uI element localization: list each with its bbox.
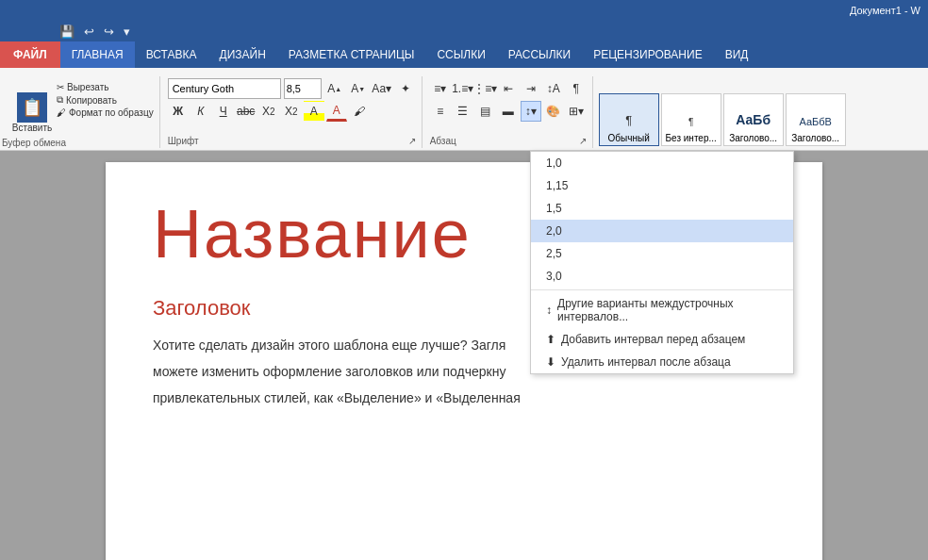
- dropdown-divider-1: [531, 289, 793, 290]
- tab-layout[interactable]: РАЗМЕТКА СТРАНИЦЫ: [277, 41, 426, 68]
- tab-references[interactable]: ССЫЛКИ: [425, 41, 496, 68]
- remove-space-after[interactable]: ⬇ Удалить интервал после абзаца: [531, 351, 793, 373]
- format-painter-icon: 🖌: [57, 107, 66, 118]
- font-group-label: Шрифт: [168, 136, 199, 146]
- remove-space-after-icon: ⬇: [546, 355, 555, 369]
- paste-icon: 📋: [17, 92, 47, 123]
- strikethrough-button[interactable]: abc: [236, 101, 257, 122]
- redo-btn[interactable]: ↪: [101, 25, 117, 39]
- superscript-button[interactable]: X2: [281, 101, 302, 122]
- menu-bar: ФАЙЛ ГЛАВНАЯ ВСТАВКА ДИЗАЙН РАЗМЕТКА СТР…: [0, 41, 928, 68]
- show-formatting-btn[interactable]: ¶: [566, 78, 587, 99]
- spacing-2-5[interactable]: 2,5: [531, 242, 793, 265]
- other-spacing-options[interactable]: ↕ Другие варианты междустрочных интервал…: [531, 292, 793, 328]
- italic-button[interactable]: К: [191, 101, 211, 122]
- clipboard-sub-buttons: ✂ Вырезать ⧉ Копировать 🖌 Формат по обра…: [57, 78, 154, 146]
- font-name-input[interactable]: [168, 78, 281, 99]
- tab-file[interactable]: ФАЙЛ: [0, 41, 60, 68]
- scissors-icon: ✂: [57, 82, 64, 92]
- font-size-decrease-btn[interactable]: A▼: [348, 78, 369, 99]
- paragraph-group: ≡▾ 1.≡▾ ⋮≡▾ ⇤ ⇥ ↕A ¶ ≡ ☰ ▤ ▬ ↕▾ 🎨 ⊞▾ Абз…: [424, 76, 593, 148]
- copy-icon: ⧉: [57, 94, 63, 106]
- font-size-increase-btn[interactable]: A▲: [324, 78, 345, 99]
- subscript-button[interactable]: X2: [258, 101, 279, 122]
- document-paragraph-3: привлекательных стилей, как «Выделение» …: [153, 385, 775, 411]
- borders-btn[interactable]: ⊞▾: [566, 101, 587, 122]
- clear-formatting-btn[interactable]: ✦: [395, 78, 416, 99]
- quick-access-toolbar: 💾 ↩ ↪ ▾: [0, 21, 928, 41]
- line-spacing-dropdown: 1,0 1,15 1,5 2,0 2,5 3,0 ↕ Другие вариан…: [530, 151, 794, 374]
- paste-button[interactable]: 📋 Вставить: [11, 78, 53, 146]
- multilevel-btn[interactable]: ⋮≡▾: [475, 78, 496, 99]
- justify-btn[interactable]: ▬: [498, 101, 519, 122]
- other-spacing-icon: ↕: [546, 304, 552, 317]
- increase-indent-btn[interactable]: ⇥: [521, 78, 541, 99]
- cut-button[interactable]: ✂ Вырезать: [57, 82, 154, 92]
- font-group: A▲ A▼ Аа▾ ✦ Ж К Ч abc X2 X2 А А 🖌 Шрифт …: [162, 76, 423, 148]
- tab-insert[interactable]: ВСТАВКА: [135, 41, 208, 68]
- line-spacing-btn[interactable]: ↕▾: [521, 101, 541, 122]
- align-right-btn[interactable]: ▤: [475, 101, 496, 122]
- tab-home[interactable]: ГЛАВНАЯ: [60, 41, 135, 68]
- numbering-btn[interactable]: 1.≡▾: [453, 78, 473, 99]
- tab-review[interactable]: РЕЦЕНЗИРОВАНИЕ: [582, 41, 713, 68]
- spacing-1-5[interactable]: 1,5: [531, 197, 793, 220]
- style-heading2[interactable]: АаБбВ Заголово...: [786, 93, 846, 146]
- add-space-before[interactable]: ⬆ Добавить интервал перед абзацем: [531, 328, 793, 351]
- align-center-btn[interactable]: ☰: [453, 101, 473, 122]
- clipboard-group: 📋 Вставить ✂ Вырезать ⧉ Копировать 🖌 Фор…: [6, 76, 160, 148]
- spacing-1-15[interactable]: 1,15: [531, 174, 793, 197]
- spacing-1-0[interactable]: 1,0: [531, 152, 793, 174]
- format-painter-button[interactable]: 🖌 Формат по образцу: [57, 107, 154, 118]
- undo-btn[interactable]: ↩: [81, 25, 97, 39]
- copy-button[interactable]: ⧉ Копировать: [57, 94, 154, 106]
- text-shading-btn[interactable]: 🖌: [349, 101, 370, 122]
- spacing-3-0[interactable]: 3,0: [531, 265, 793, 288]
- tab-design[interactable]: ДИЗАЙН: [208, 41, 277, 68]
- change-case-btn[interactable]: Аа▾: [372, 78, 392, 99]
- decrease-indent-btn[interactable]: ⇤: [498, 78, 519, 99]
- tab-view[interactable]: ВИД: [714, 41, 760, 68]
- font-color-btn[interactable]: А: [326, 101, 347, 122]
- align-left-btn[interactable]: ≡: [430, 101, 451, 122]
- title-bar: Документ1 - W: [0, 0, 928, 21]
- bold-button[interactable]: Ж: [168, 101, 189, 122]
- font-dialog-btn[interactable]: ↗: [408, 136, 416, 146]
- paste-label: Вставить: [12, 123, 52, 133]
- style-normal[interactable]: ¶ Обычный: [599, 93, 659, 146]
- sort-btn[interactable]: ↕A: [543, 78, 564, 99]
- spacing-2-0[interactable]: 2,0: [531, 220, 793, 242]
- font-size-input[interactable]: [284, 78, 322, 99]
- save-btn[interactable]: 💾: [57, 25, 77, 39]
- underline-button[interactable]: Ч: [213, 101, 234, 122]
- styles-group: ¶ Обычный ¶ Без интер... АаБб Заголово..…: [595, 91, 850, 148]
- add-space-before-icon: ⬆: [546, 333, 555, 346]
- paragraph-dialog-btn[interactable]: ↗: [579, 136, 587, 146]
- paragraph-group-label: Абзац: [430, 136, 456, 146]
- text-highlight-btn[interactable]: А: [304, 101, 324, 122]
- style-no-spacing[interactable]: ¶ Без интер...: [661, 93, 721, 146]
- clipboard-group-label: Буфер обмена: [2, 138, 66, 148]
- tab-mailings[interactable]: РАССЫЛКИ: [497, 41, 582, 68]
- ribbon: 📋 Вставить ✂ Вырезать ⧉ Копировать 🖌 Фор…: [0, 68, 928, 151]
- shading-btn[interactable]: 🎨: [543, 101, 564, 122]
- bullets-btn[interactable]: ≡▾: [430, 78, 451, 99]
- style-heading1[interactable]: АаБб Заголово...: [723, 93, 784, 146]
- qat-dropdown-btn[interactable]: ▾: [121, 25, 133, 39]
- title-text: Документ1 - W: [850, 5, 920, 16]
